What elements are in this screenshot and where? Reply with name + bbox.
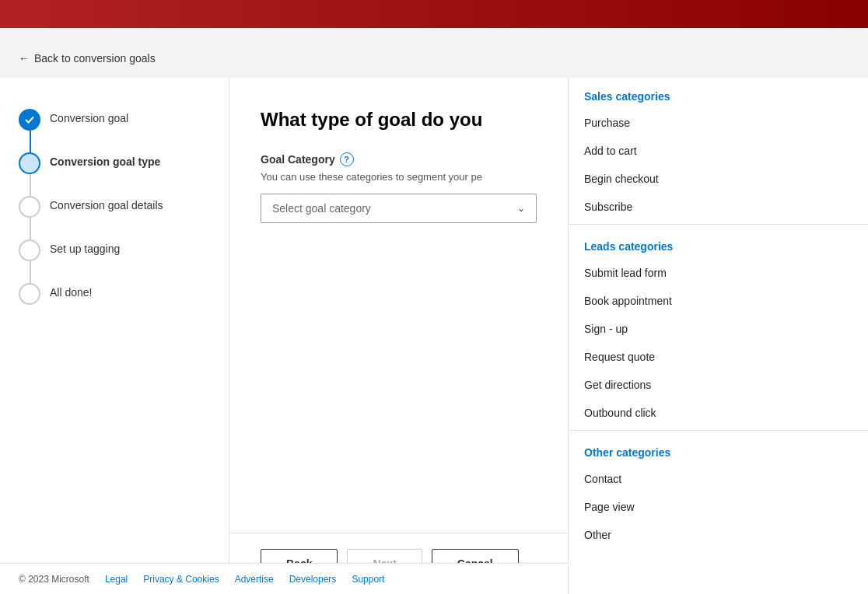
dropdown-item-request-quote[interactable]: Request quote	[569, 343, 868, 371]
step-label-conversion-goal-details: Conversion goal details	[50, 196, 163, 211]
step-conversion-goal: Conversion goal	[19, 109, 210, 131]
form-title: What type of goal do you	[261, 109, 537, 131]
connector-2	[30, 174, 31, 196]
goal-category-label: Goal Category ?	[261, 152, 537, 166]
dropdown-item-submit-lead-form[interactable]: Submit lead form	[569, 259, 868, 287]
back-to-conversion-goals-link[interactable]: ← Back to conversion goals	[19, 52, 156, 65]
footer-privacy-cookies-link[interactable]: Privacy & Cookies	[143, 574, 219, 585]
main-area: Conversion goal Conversion goal type Con…	[0, 78, 568, 594]
leads-categories-header: Leads categories	[569, 228, 868, 259]
goal-category-dropdown[interactable]: Select goal category ⌄	[261, 194, 537, 223]
back-to-conversion-goals-label: Back to conversion goals	[34, 52, 156, 65]
step-label-all-done: All done!	[50, 283, 92, 299]
other-categories-header: Other categories	[569, 434, 868, 465]
footer-developers-link[interactable]: Developers	[289, 574, 337, 585]
step-circle-conversion-goal	[19, 109, 40, 131]
divider-1	[569, 224, 868, 225]
footer-legal-link[interactable]: Legal	[105, 574, 128, 585]
steps-sidebar: Conversion goal Conversion goal type Con…	[0, 78, 229, 594]
dropdown-item-page-view[interactable]: Page view	[569, 493, 868, 521]
sales-categories-header: Sales categories	[569, 78, 868, 109]
step-circle-conversion-goal-details	[19, 196, 40, 218]
step-circle-all-done	[19, 283, 40, 305]
dropdown-item-contact[interactable]: Contact	[569, 465, 868, 493]
chevron-down-icon: ⌄	[517, 203, 525, 214]
step-label-conversion-goal-type: Conversion goal type	[50, 152, 160, 168]
back-arrow-icon: ←	[19, 52, 30, 65]
dropdown-panel: Sales categories Purchase Add to cart Be…	[568, 78, 868, 594]
dropdown-item-other[interactable]: Other	[569, 521, 868, 549]
step-set-up-tagging: Set up tagging	[19, 239, 210, 261]
footer-advertise-link[interactable]: Advertise	[235, 574, 274, 585]
step-all-done: All done!	[19, 283, 210, 305]
footer-support-link[interactable]: Support	[352, 574, 384, 585]
connector-3	[30, 218, 31, 239]
goal-category-text: Goal Category	[261, 153, 335, 166]
back-navigation: ← Back to conversion goals	[0, 43, 568, 74]
dropdown-item-get-directions[interactable]: Get directions	[569, 371, 868, 399]
footer: © 2023 Microsoft Legal Privacy & Cookies…	[0, 563, 568, 594]
step-circle-set-up-tagging	[19, 239, 40, 261]
goal-category-description: You can use these categories to segment …	[261, 171, 537, 183]
dropdown-item-begin-checkout[interactable]: Begin checkout	[569, 165, 868, 193]
step-label-set-up-tagging: Set up tagging	[50, 239, 120, 255]
copyright: © 2023 Microsoft	[19, 574, 89, 585]
dropdown-item-purchase[interactable]: Purchase	[569, 109, 868, 137]
dropdown-item-book-appointment[interactable]: Book appointment	[569, 287, 868, 315]
connector-1	[30, 131, 31, 152]
dropdown-item-sign-up[interactable]: Sign - up	[569, 315, 868, 343]
dropdown-item-add-to-cart[interactable]: Add to cart	[569, 137, 868, 165]
divider-2	[569, 430, 868, 431]
dropdown-item-subscribe[interactable]: Subscribe	[569, 193, 868, 221]
top-bar	[0, 0, 868, 28]
step-conversion-goal-type: Conversion goal type	[19, 152, 210, 174]
form-area: What type of goal do you Goal Category ?…	[229, 78, 568, 594]
step-label-conversion-goal: Conversion goal	[50, 109, 128, 124]
help-icon[interactable]: ?	[340, 152, 354, 166]
step-conversion-goal-details: Conversion goal details	[19, 196, 210, 218]
dropdown-item-outbound-click[interactable]: Outbound click	[569, 399, 868, 427]
connector-4	[30, 261, 31, 283]
dropdown-placeholder: Select goal category	[272, 202, 371, 215]
step-circle-conversion-goal-type	[19, 152, 40, 174]
